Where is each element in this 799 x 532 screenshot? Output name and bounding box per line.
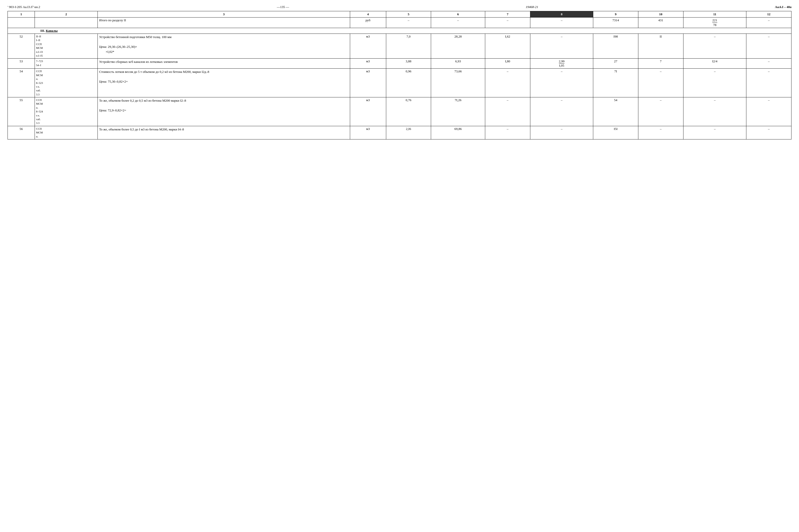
row55-num: 55 bbox=[8, 97, 35, 126]
row55-col10: – bbox=[638, 97, 683, 126]
row54-col10: – bbox=[638, 69, 683, 97]
row54-ref: ССП МСМ п. 8–523 т.ч. таб. 3.3 bbox=[35, 69, 98, 97]
row54-col12: – bbox=[746, 69, 792, 97]
row55-col6: 7I,26 bbox=[431, 97, 485, 126]
column-header-row: 1 2 3 4 5 6 7 8 9 10 11 12 bbox=[8, 11, 792, 18]
table-row-53: 53 7–723 54–I Устройство сборных м/б кан… bbox=[8, 59, 792, 69]
row53-col12: – bbox=[746, 59, 792, 69]
row55-col7: – bbox=[485, 97, 530, 126]
summary-col9: 7314 bbox=[593, 18, 638, 28]
header-right: 19468-21 bbox=[526, 5, 538, 9]
summary-col12: – bbox=[746, 18, 792, 28]
summary-col5: – bbox=[386, 18, 431, 28]
row54-col11: – bbox=[683, 69, 746, 97]
row56-ref: ССП МСМ п. bbox=[35, 126, 98, 139]
section-header-row: III. Каналы bbox=[8, 28, 792, 34]
col-header-2: 2 bbox=[35, 11, 98, 18]
row52-col10: II bbox=[638, 34, 683, 59]
page-header: ' 903-I-205 Аа.I3.I7 кн.2 —135 — 19468-2… bbox=[7, 5, 792, 9]
row54-col9: 7I bbox=[593, 69, 638, 97]
row54-col8: – bbox=[530, 69, 593, 97]
col-header-3: 3 bbox=[98, 11, 350, 18]
row56-num: 56 bbox=[8, 126, 35, 139]
row52-col7: I,62 bbox=[485, 34, 530, 59]
row55-desc: То же, объемом более 0,2 до 0,5 м3 из бе… bbox=[98, 97, 350, 126]
summary-col6: – bbox=[431, 18, 485, 28]
row55-col12: – bbox=[746, 97, 792, 126]
row54-col6: 73,66 bbox=[431, 69, 485, 97]
row52-col9: I98 bbox=[593, 34, 638, 59]
row52-col12: – bbox=[746, 34, 792, 59]
summary-unit: руб bbox=[350, 18, 386, 28]
row54-desc: Стоимость лотков весом до 5 т объемом до… bbox=[98, 69, 350, 97]
row56-unit: м3 bbox=[350, 126, 386, 139]
summary-col1 bbox=[8, 18, 35, 28]
summary-fraction: 221 78 bbox=[712, 18, 717, 27]
row54-unit: м3 bbox=[350, 69, 386, 97]
row53-stacked: 2,99 I,05 bbox=[559, 59, 565, 68]
row54-col5: 0,96 bbox=[386, 69, 431, 97]
row56-col8: – bbox=[530, 126, 593, 139]
row54-num: 54 bbox=[8, 69, 35, 97]
row56-col10: – bbox=[638, 126, 683, 139]
row53-col5: 3,88 bbox=[386, 59, 431, 69]
col-header-9: 9 bbox=[593, 11, 638, 18]
header-center: —135 — bbox=[277, 5, 289, 9]
row52-unit: м3 bbox=[350, 34, 386, 59]
col-header-8: 8 bbox=[530, 11, 593, 18]
header-far-right: Аа.6.I – 40а bbox=[775, 5, 792, 9]
row55-ref: ССП МСМ п. 8–524 т.ч. таб. 3.3 bbox=[35, 97, 98, 126]
row53-num: 53 bbox=[8, 59, 35, 69]
table-row-56: 56 ССП МСМ п. То же, объемом более 0,5 д… bbox=[8, 126, 792, 139]
row53-unit: м3 bbox=[350, 59, 386, 69]
row52-num: 52 bbox=[8, 34, 35, 59]
row52-col11: – bbox=[683, 34, 746, 59]
row52-col6: 28,28 bbox=[431, 34, 485, 59]
row55-unit: м3 bbox=[350, 97, 386, 126]
row52-desc: Устройство бетонной подготовки М50 толщ.… bbox=[98, 34, 350, 59]
col-header-4: 4 bbox=[350, 11, 386, 18]
row55-col11: – bbox=[683, 97, 746, 126]
row56-col7: – bbox=[485, 126, 530, 139]
row53-desc: Устройство сборных м/б каналов из лотков… bbox=[98, 59, 350, 69]
col-header-7: 7 bbox=[485, 11, 530, 18]
header-left: ' 903-I-205 Аа.I3.I7 кн.2 bbox=[7, 5, 40, 9]
summary-row: Итого по разделу II руб – – – – 7314 431… bbox=[8, 18, 792, 28]
row56-col6: 69,86 bbox=[431, 126, 485, 139]
main-table: 1 2 3 4 5 6 7 8 9 10 11 12 Итого по разд… bbox=[7, 11, 792, 139]
table-row-54: 54 ССП МСМ п. 8–523 т.ч. таб. 3.3 Стоимо… bbox=[8, 69, 792, 97]
row52-ref: II–II I–II ССП МСМ п.I–I3 п.I–I5 bbox=[35, 34, 98, 59]
row52-col8: – bbox=[530, 34, 593, 59]
summary-col2 bbox=[35, 18, 98, 28]
table-row-55: 55 ССП МСМ п. 8–524 т.ч. таб. 3.3 То же,… bbox=[8, 97, 792, 126]
summary-col7: – bbox=[485, 18, 530, 28]
col-header-1: 1 bbox=[8, 11, 35, 18]
summary-col8: – bbox=[530, 18, 593, 28]
row53-col9: 27 bbox=[593, 59, 638, 69]
row53-ref: 7–723 54–I bbox=[35, 59, 98, 69]
section-title-text: Каналы bbox=[46, 29, 58, 33]
row56-col5: 2,I6 bbox=[386, 126, 431, 139]
summary-col10: 431 bbox=[638, 18, 683, 28]
row54-col7: – bbox=[485, 69, 530, 97]
col-header-10: 10 bbox=[638, 11, 683, 18]
row55-col9: 54 bbox=[593, 97, 638, 126]
section-title: III. Каналы bbox=[8, 28, 792, 34]
col-header-12: 12 bbox=[746, 11, 792, 18]
col-header-11: 11 bbox=[683, 11, 746, 18]
row55-col8: – bbox=[530, 97, 593, 126]
row53-col10: 7 bbox=[638, 59, 683, 69]
row56-desc: То же, объемом более 0,5 до I м3 из бето… bbox=[98, 126, 350, 139]
row53-col7: I,80 bbox=[485, 59, 530, 69]
row53-col8: 2,99 I,05 bbox=[530, 59, 593, 69]
col-header-6: 6 bbox=[431, 11, 485, 18]
row56-col11: – bbox=[683, 126, 746, 139]
row52-col5: 7,0 bbox=[386, 34, 431, 59]
summary-label: Итого по разделу II bbox=[98, 18, 350, 28]
col-header-5: 5 bbox=[386, 11, 431, 18]
summary-col11: 221 78 bbox=[683, 18, 746, 28]
row56-col12: – bbox=[746, 126, 792, 139]
row53-col11: I2/4 bbox=[683, 59, 746, 69]
row53-col6: 6,93 bbox=[431, 59, 485, 69]
row56-col9: I5I bbox=[593, 126, 638, 139]
